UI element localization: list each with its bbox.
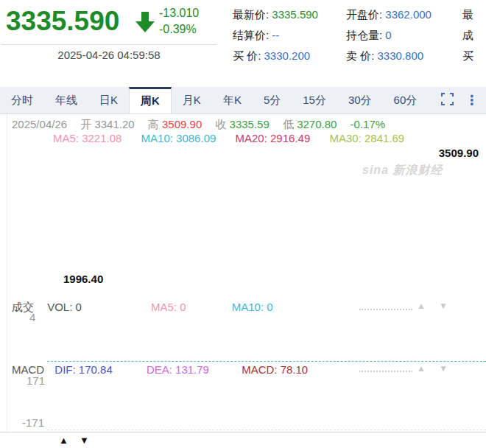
indicator-tabs — [98, 433, 486, 448]
quote-row: 买 价: 3330.200 — [233, 46, 318, 66]
candlestick-chart[interactable] — [0, 0, 486, 448]
quote-column-3-clipped: 最成买 — [462, 4, 486, 66]
quote-row-clipped: 买 — [462, 46, 486, 66]
quote-row-clipped: 成 — [462, 25, 486, 46]
info-high: 3509.90 — [162, 118, 202, 130]
quote-timestamp: 2025-04-26 04:59:58 — [0, 49, 218, 61]
fullscreen-icon[interactable] — [441, 93, 454, 108]
macd-zoom-slider[interactable] — [359, 371, 412, 372]
ma20-label: MA20: 2916.49 — [236, 132, 311, 144]
macd-pane-bottom-divider — [47, 430, 486, 430]
ma10-label: MA10: 3086.09 — [141, 132, 216, 144]
price-change-pct: -0.39% — [159, 23, 197, 36]
quote-row-clipped: 最 — [462, 4, 486, 25]
chart-min-label: 1996.40 — [63, 273, 103, 285]
indicator-bar: ▲ ▼ — [0, 432, 486, 448]
macd-zoom-out-icon[interactable]: ▼ — [439, 364, 448, 373]
info-low: 3270.80 — [297, 118, 337, 130]
tab-5分[interactable]: 5分 — [253, 87, 292, 113]
tab-周K[interactable]: 周K — [129, 87, 172, 113]
down-arrow-icon — [135, 12, 155, 35]
volume-zoom-slider[interactable] — [359, 309, 412, 310]
quote-column-1: 最新价: 3335.590结算价: --买 价: 3330.200 — [233, 4, 318, 66]
tab-30分[interactable]: 30分 — [337, 87, 383, 113]
indicator-up-button[interactable]: ▲ — [59, 433, 68, 448]
ma5-label: MA5: 3221.08 — [53, 132, 122, 144]
ma30-label: MA30: 2841.69 — [329, 132, 404, 144]
tab-15分[interactable]: 15分 — [292, 87, 337, 113]
indicator-down-button[interactable]: ▼ — [80, 433, 89, 448]
chart-max-label: 3509.90 — [398, 147, 479, 159]
tab-月K[interactable]: 月K — [172, 87, 212, 113]
tab-年K[interactable]: 年K — [212, 87, 253, 113]
ohlc-info-line: 2025/04/26 开 3341.20 高 3509.90 收 3335.59… — [12, 118, 385, 132]
left-border-line — [7, 114, 7, 448]
info-date: 2025/04/26 — [12, 118, 67, 130]
quote-row: 结算价: -- — [233, 25, 318, 46]
macd-value: MACD: 78.10 — [242, 363, 308, 376]
macd-pane-top-divider — [47, 361, 486, 362]
info-pct: -0.17% — [351, 118, 386, 130]
tab-60分[interactable]: 60分 — [383, 87, 429, 113]
info-close: 3335.59 — [230, 118, 270, 130]
sina-watermark: sina 新浪财经 — [362, 163, 443, 178]
tab-日K[interactable]: 日K — [88, 87, 129, 113]
volume-zoom-out-icon[interactable]: ▼ — [439, 301, 448, 310]
header-divider — [1, 44, 216, 45]
price-change: -13.010 — [159, 7, 199, 20]
volume-y-tick: 4 — [29, 311, 63, 323]
macd-y-bottom: -171 — [22, 416, 56, 429]
tab-年线[interactable]: 年线 — [44, 87, 88, 113]
info-open: 3341.20 — [94, 118, 134, 130]
last-price: 3335.590 — [6, 6, 119, 37]
quote-row: 卖 价: 3330.800 — [346, 46, 432, 66]
quote-row: 最新价: 3335.590 — [233, 4, 318, 25]
quote-row: 持仓量: 0 — [346, 25, 432, 46]
macd-zoom-in-icon[interactable]: ▲ — [417, 364, 426, 373]
tab-分时[interactable]: 分时 — [0, 87, 44, 113]
vol-ma5: MA5: 0 — [151, 301, 186, 313]
dea-value: DEA: 131.79 — [147, 363, 209, 376]
dif-value: DIF: 170.84 — [54, 363, 112, 376]
vol-ma10: MA10: 0 — [232, 301, 273, 313]
volume-zoom-in-icon[interactable]: ▲ — [417, 301, 426, 310]
period-tabbar: 分时年线日K周K月K年K5分15分30分60分 ⋮ — [0, 87, 486, 114]
macd-y-top: 171 — [27, 374, 60, 387]
ma-info-line: MA5: 3221.08 MA10: 3086.09 MA20: 2916.49… — [53, 132, 404, 144]
quote-column-2: 开盘价: 3362.000持仓量: 0卖 价: 3330.800 — [346, 4, 432, 66]
quote-row: 开盘价: 3362.000 — [346, 4, 432, 25]
more-menu-icon[interactable]: ⋮ — [465, 94, 479, 107]
